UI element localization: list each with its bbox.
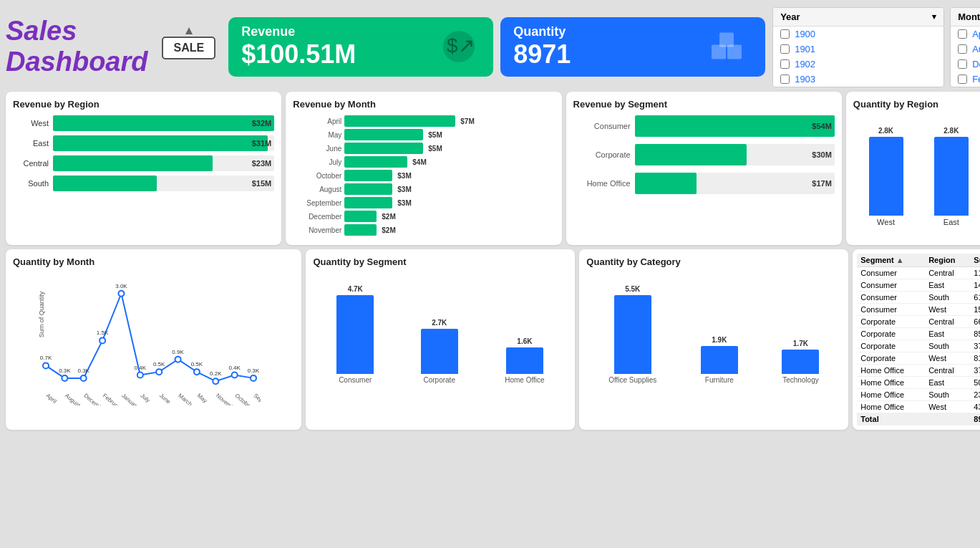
month-bar-row: September $3M xyxy=(293,197,554,208)
table-cell-2: 1103 xyxy=(970,267,980,279)
month-bar-fill xyxy=(344,170,392,181)
month-option[interactable]: April xyxy=(951,27,980,42)
region-bar-fill xyxy=(53,176,157,191)
month-bar-row: December $2M xyxy=(293,211,554,222)
revenue-by-month-card: Revenue by Month April $7M May $5M June … xyxy=(286,92,561,245)
qty-month-y-label: Sum of Quantity xyxy=(38,286,45,343)
revenue-by-segment-title: Revenue by Segment xyxy=(573,99,835,110)
svg-rect-4 xyxy=(719,33,734,47)
table-row: Home OfficeSouth236 xyxy=(857,389,980,401)
month-bar-fill xyxy=(344,156,407,168)
month-bar-label: April xyxy=(293,117,341,125)
qty-region-bar-label: West xyxy=(877,218,895,226)
month-bar-value: $2M xyxy=(382,226,395,234)
month-option-label: February xyxy=(972,74,980,85)
segment-bar-row: Consumer $54M xyxy=(573,115,835,137)
table-header-region[interactable]: Region xyxy=(925,254,970,267)
table-total-qty: 8971 xyxy=(970,413,980,426)
qty-region-bar xyxy=(934,137,969,216)
table-row: Home OfficeEast509 xyxy=(857,377,980,389)
table-cell-0: Corporate xyxy=(857,340,925,352)
table-cell-1: West xyxy=(925,352,970,365)
table-cell-1: Central xyxy=(925,267,970,279)
qty-segment-value: 2.7K xyxy=(432,319,447,327)
table-cell-2: 1417 xyxy=(970,279,980,292)
month-bar-value: $7M xyxy=(460,117,474,125)
qty-segment-label: Consumer xyxy=(339,376,372,384)
qty-region-bar xyxy=(869,137,903,216)
year-checkbox[interactable] xyxy=(780,59,790,69)
line-chart-x-label: February xyxy=(102,393,123,405)
year-option[interactable]: 1900 xyxy=(773,27,943,42)
qty-segment-bar xyxy=(421,329,458,374)
line-chart-x-label: September xyxy=(253,393,261,405)
year-filter-chevron[interactable]: ▾ xyxy=(932,12,936,21)
month-checkbox[interactable] xyxy=(958,74,967,84)
table-cell-2: 430 xyxy=(970,401,980,413)
month-checkbox[interactable] xyxy=(958,29,967,39)
month-bar-row: August $3M xyxy=(293,183,554,195)
line-chart-value-label: 0.5K xyxy=(153,361,165,367)
month-bar-value: $4M xyxy=(412,158,426,166)
segment-bar-track: $54M xyxy=(635,115,835,137)
qty-segment-col: 2.7K Corporate xyxy=(421,319,458,384)
table-cell-1: East xyxy=(925,279,970,292)
line-chart-x-label: April xyxy=(45,393,58,405)
line-chart-dot xyxy=(100,337,105,343)
region-bar-value: $32M xyxy=(252,119,272,128)
quantity-by-region-card: Quantity by Region 2.8K West 2.8K East 2… xyxy=(846,92,980,245)
month-filter[interactable]: Month ▾ April August December February xyxy=(950,7,980,87)
sale-badge: SALE xyxy=(162,37,215,59)
table-header-qty[interactable]: Sum of Quantity xyxy=(970,254,980,267)
year-option[interactable]: 1903 xyxy=(773,72,943,87)
line-chart-value-label: 1.5K xyxy=(97,330,109,336)
year-option[interactable]: 1902 xyxy=(773,57,943,72)
region-bar-row: Central $23M xyxy=(13,155,274,171)
table-cell-1: South xyxy=(925,389,970,401)
month-bar-value: $3M xyxy=(397,199,411,207)
qty-category-chart: 5.5K Office Supplies 1.9K Furniture 1.7K… xyxy=(586,273,841,384)
table-header-segment[interactable]: Segment ▲ xyxy=(857,254,925,267)
month-bar-fill xyxy=(344,143,423,154)
segment-bar-value: $54M xyxy=(812,122,832,130)
year-filter[interactable]: Year ▾ 1900 1901 1902 1903 xyxy=(772,7,944,87)
month-checkbox[interactable] xyxy=(958,59,967,69)
month-bar-fill xyxy=(344,211,377,222)
month-option[interactable]: December xyxy=(951,57,980,72)
line-chart-x-label: June xyxy=(158,393,172,405)
month-bar-value: $3M xyxy=(397,186,411,193)
revenue-by-region-title: Revenue by Region xyxy=(13,99,274,110)
qty-region-bar-col: 2.8K West xyxy=(869,127,903,226)
region-bar-track: $15M xyxy=(53,176,274,191)
region-bar-label: South xyxy=(13,179,49,188)
month-bar-row: October $3M xyxy=(293,170,554,181)
month-option[interactable]: February xyxy=(951,72,980,87)
line-chart-x-label: January xyxy=(120,393,140,405)
region-bar-track: $23M xyxy=(53,155,274,171)
month-bar-row: July $4M xyxy=(293,156,554,168)
month-option[interactable]: August xyxy=(951,42,980,57)
table-row: CorporateWest818 xyxy=(857,352,980,365)
table-row: ConsumerSouth614 xyxy=(857,292,980,304)
qty-segment-col: 4.7K Consumer xyxy=(336,285,374,384)
quantity-by-category-card: Quantity by Category 5.5K Office Supplie… xyxy=(579,249,848,430)
segment-bar-row: Corporate $30M xyxy=(573,144,835,165)
line-chart-dot xyxy=(213,378,218,384)
month-checkbox[interactable] xyxy=(958,44,967,54)
table-cell-0: Consumer xyxy=(857,279,925,292)
quantity-by-month-card: Quantity by Month Sum of Quantity 0.7KAp… xyxy=(6,249,301,430)
qty-category-bar xyxy=(782,350,819,374)
year-checkbox[interactable] xyxy=(780,74,790,84)
table-cell-0: Home Office xyxy=(857,389,925,401)
qty-segment-col: 1.6K Home Office xyxy=(505,337,544,384)
month-bar-value: $5M xyxy=(428,131,442,139)
month-option-label: December xyxy=(972,59,980,69)
year-option[interactable]: 1901 xyxy=(773,42,943,57)
table-cell-0: Consumer xyxy=(857,267,925,279)
table-cell-1: East xyxy=(925,328,970,340)
year-checkbox[interactable] xyxy=(780,44,790,54)
month-bar-row: June $5M xyxy=(293,143,554,154)
year-checkbox[interactable] xyxy=(780,29,790,39)
qty-region-bar-col: 2.8K East xyxy=(934,127,969,226)
month-bar-label: May xyxy=(293,131,341,139)
